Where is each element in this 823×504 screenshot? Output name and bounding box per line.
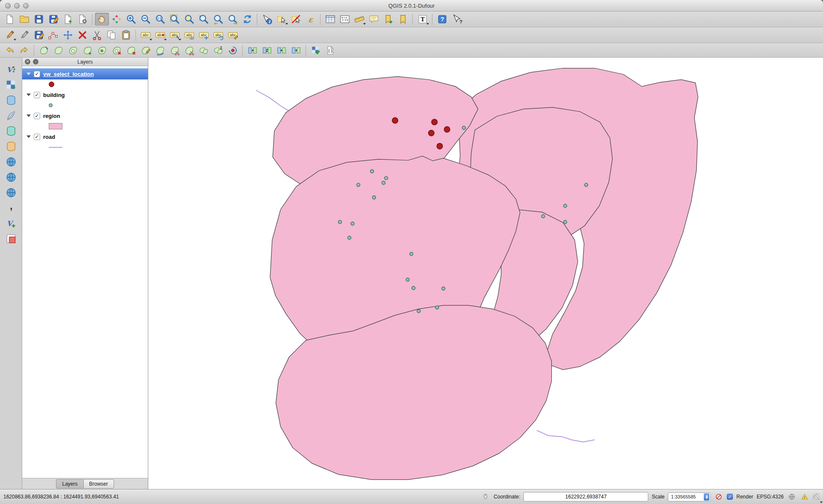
expand-triangle-icon[interactable] (26, 135, 31, 138)
map-canvas[interactable] (148, 58, 823, 489)
add-wcs-layer-button[interactable] (3, 170, 19, 184)
new-print-composer-button[interactable] (61, 13, 75, 26)
coordinate-input[interactable] (523, 492, 648, 501)
checkin-layer-button[interactable] (289, 44, 303, 57)
paste-features-button[interactable] (119, 29, 133, 41)
layer-item-building[interactable]: ✓building (22, 89, 148, 100)
show-bookmarks-button[interactable] (396, 13, 410, 26)
remove-layer-button[interactable] (3, 232, 19, 246)
add-mssql-layer-button[interactable] (3, 124, 19, 138)
zoom-out-button[interactable] (138, 13, 153, 26)
layer-name[interactable]: building (43, 92, 65, 98)
building-point[interactable] (385, 176, 388, 180)
move-label-button[interactable]: abc (197, 29, 211, 41)
building-point[interactable] (462, 126, 466, 129)
zoom-native-resolution-button[interactable]: 1:1 (153, 13, 167, 26)
move-feature-button[interactable] (61, 29, 75, 41)
road-line-2[interactable] (537, 431, 594, 442)
layer-visibility-checkbox[interactable]: ✓ (34, 113, 40, 119)
fill-ring-button[interactable] (95, 44, 109, 57)
delete-ring-button[interactable] (109, 44, 123, 57)
map-view[interactable] (148, 58, 823, 489)
pin-unpin-labels-button[interactable]: abc (168, 29, 182, 41)
select-features-button[interactable] (274, 13, 288, 26)
help-contents-button[interactable]: ? (435, 13, 449, 26)
panel-float-button[interactable]: ◦ (33, 59, 38, 64)
layer-name[interactable]: vw_select_location (43, 71, 94, 77)
add-delimited-text-layer-button[interactable]: , (3, 201, 19, 215)
layer-labeling-button[interactable]: abc (138, 29, 153, 41)
layer-item-region[interactable]: ✓region (22, 110, 148, 121)
save-layer-edits-button[interactable] (32, 29, 46, 41)
simplify-feature-button[interactable] (51, 44, 65, 57)
zoom-in-button[interactable] (124, 13, 138, 26)
building-point[interactable] (406, 278, 409, 281)
reshape-features-button[interactable] (138, 44, 153, 57)
add-oracle-layer-button[interactable] (3, 140, 19, 153)
zoom-button[interactable] (23, 3, 29, 9)
building-point[interactable] (585, 183, 588, 187)
measure-button[interactable] (352, 13, 366, 26)
layer-item-road[interactable]: ✓road (22, 131, 148, 142)
checkout-layer-button[interactable] (274, 44, 288, 57)
delete-selected-button[interactable] (75, 29, 89, 41)
building-point[interactable] (564, 220, 567, 224)
rotate-point-symbols-button[interactable] (226, 44, 240, 57)
redo-button[interactable] (17, 44, 31, 57)
selected-location-point[interactable] (429, 130, 435, 136)
refresh-map-button[interactable] (240, 13, 254, 26)
add-ring-button[interactable] (66, 44, 80, 57)
minimize-button[interactable] (14, 3, 20, 9)
scale-combo[interactable]: 1:33565585 (668, 492, 711, 501)
identify-features-button[interactable]: i (260, 13, 274, 26)
building-point[interactable] (370, 170, 374, 173)
zoom-full-extent-button[interactable] (168, 13, 182, 26)
rotate-label-button[interactable]: abc (211, 29, 225, 41)
selected-location-point[interactable] (432, 119, 438, 125)
layer-visibility-checkbox[interactable]: ✓ (34, 71, 40, 77)
save-project-button[interactable] (32, 13, 46, 26)
building-point[interactable] (357, 183, 360, 187)
zoom-last-button[interactable] (211, 13, 225, 26)
add-spatialite-layer-button[interactable] (3, 109, 19, 123)
add-raster-layer-button[interactable] (3, 78, 19, 92)
selected-location-point[interactable] (392, 117, 398, 123)
add-vector-layer-button[interactable]: V (3, 63, 19, 76)
render-checkbox[interactable]: ✓ (727, 494, 733, 500)
composer-manager-button[interactable] (75, 13, 89, 26)
add-part-button[interactable] (80, 44, 94, 57)
delete-part-button[interactable] (124, 44, 138, 57)
offline-editing-button[interactable] (245, 44, 259, 57)
open-project-button[interactable] (17, 13, 31, 26)
map-tips-button[interactable] (367, 13, 381, 26)
save-project-as-button[interactable] (46, 13, 60, 26)
expand-triangle-icon[interactable] (26, 73, 31, 75)
offset-curve-button[interactable] (153, 44, 167, 57)
synchronize-button[interactable] (260, 44, 274, 57)
building-point[interactable] (417, 309, 420, 313)
geometry-checker-button[interactable] (309, 44, 323, 57)
building-point[interactable] (338, 220, 342, 224)
panel-close-button[interactable]: ✕ (25, 59, 30, 64)
add-postgis-layer-button[interactable] (3, 94, 19, 107)
add-wms-layer-button[interactable] (3, 155, 19, 169)
building-point[interactable] (564, 204, 567, 208)
layer-name[interactable]: region (43, 113, 60, 119)
selected-location-point[interactable] (437, 143, 443, 149)
cut-features-button[interactable] (90, 29, 104, 41)
toggle-editing-button[interactable] (17, 29, 31, 41)
resize-grip[interactable] (813, 493, 820, 500)
add-wfs-layer-button[interactable] (3, 186, 19, 199)
zoom-next-button[interactable] (226, 13, 240, 26)
building-point[interactable] (351, 222, 354, 226)
building-point[interactable] (372, 196, 376, 199)
undo-button[interactable] (3, 44, 17, 57)
close-button[interactable] (5, 3, 11, 9)
building-point[interactable] (435, 306, 439, 309)
crs-status-icon[interactable] (787, 492, 797, 501)
deselect-features-button[interactable] (289, 13, 303, 26)
node-tool-button[interactable] (46, 29, 60, 41)
open-attribute-table-button[interactable] (323, 13, 337, 26)
building-point[interactable] (382, 181, 385, 185)
rotate-feature-button[interactable] (37, 44, 51, 57)
